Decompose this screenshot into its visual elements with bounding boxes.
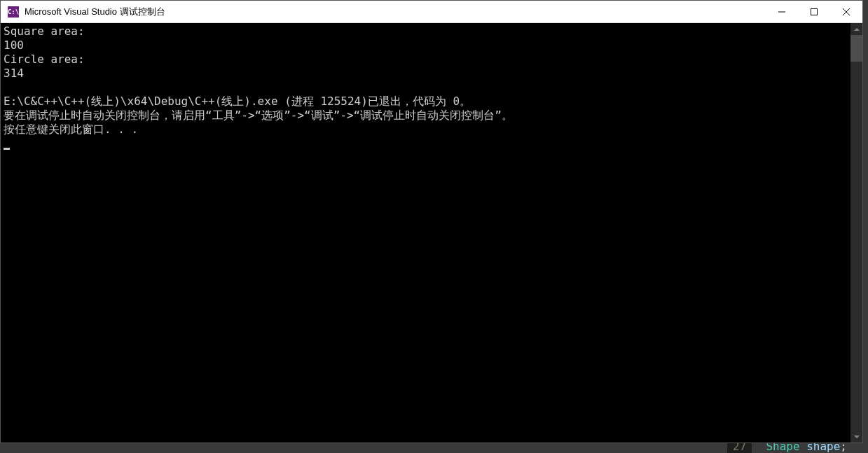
scroll-thumb[interactable] [850,35,862,62]
app-icon: C:\ [8,6,19,18]
svg-rect-0 [811,8,818,15]
chevron-down-icon [854,435,860,438]
console-line: 要在调试停止时自动关闭控制台，请启用“工具”->“选项”->“调试”->“调试停… [4,109,513,122]
console-line: Circle area: [4,53,85,66]
close-icon [843,8,850,15]
close-button[interactable] [830,1,862,22]
console-line: E:\C&C++\C++(线上)\x64\Debug\C++(线上).exe (… [4,95,471,108]
window-controls [766,1,862,22]
minimize-icon [778,8,785,15]
console-line: 314 [4,67,24,80]
scroll-down-button[interactable] [850,431,862,442]
scroll-up-button[interactable] [850,23,862,35]
console-output[interactable]: Square area: 100 Circle area: 314 E:\C&C… [1,23,850,442]
vertical-scrollbar[interactable] [850,23,862,442]
console-window: C:\ Microsoft Visual Studio 调试控制台 Square… [0,0,863,443]
titlebar[interactable]: C:\ Microsoft Visual Studio 调试控制台 [1,1,862,23]
console-line: Square area: [4,25,85,38]
window-title: Microsoft Visual Studio 调试控制台 [25,6,766,18]
console-area: Square area: 100 Circle area: 314 E:\C&C… [1,23,862,442]
console-line: 按任意键关闭此窗口. . . [4,123,138,136]
cursor [4,148,10,150]
maximize-button[interactable] [798,1,830,22]
minimize-button[interactable] [766,1,798,22]
maximize-icon [811,8,818,15]
chevron-up-icon [854,28,860,31]
console-line: 100 [4,39,24,52]
